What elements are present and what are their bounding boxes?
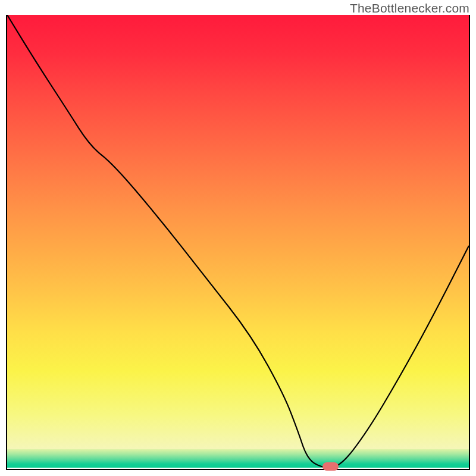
chart-frame bbox=[6, 15, 470, 470]
chart-curve bbox=[7, 15, 469, 468]
bottleneck-curve-path bbox=[7, 15, 469, 468]
optimal-marker bbox=[322, 462, 339, 471]
watermark-text: TheBottleneсker.com bbox=[350, 1, 469, 15]
